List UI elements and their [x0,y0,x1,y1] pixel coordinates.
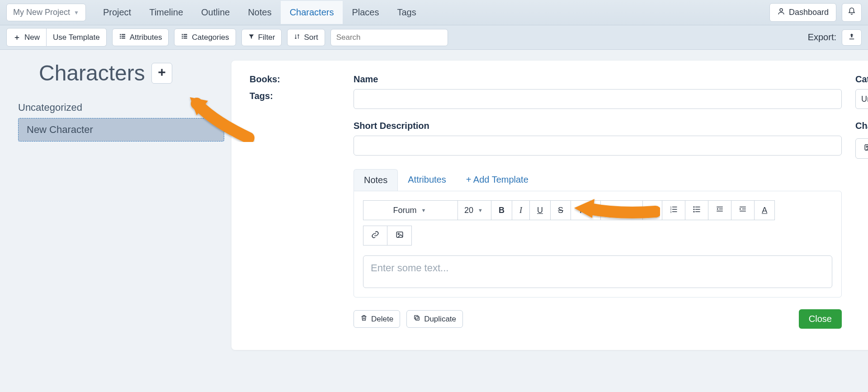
svg-rect-28 [717,207,723,208]
image-button[interactable] [387,226,412,246]
inner-tab-notes[interactable]: Notes [354,169,398,191]
category-heading: Uncategorized [18,102,224,113]
list-icon [181,33,188,42]
caret-down-icon: ▼ [74,9,79,16]
attributes-button[interactable]: Attributes [112,28,169,46]
category-select[interactable]: Uncategorized ⌄ [855,89,868,109]
project-name: My New Project [13,8,70,17]
tab-label: Notes [248,7,271,17]
font-family-select[interactable]: Forum ▼ [363,200,458,220]
svg-rect-30 [717,211,723,212]
user-icon [777,7,785,18]
svg-point-39 [866,146,868,147]
svg-rect-29 [719,208,723,209]
underline-icon: U [537,206,543,215]
page-title: Characters [39,61,145,85]
image-icon [864,143,868,154]
blockquote-button[interactable]: “ [643,200,662,220]
bell-icon [848,7,856,18]
close-label: Close [809,314,832,324]
tab-outline[interactable]: Outline [192,1,239,24]
new-button[interactable]: ＋ New [6,28,47,47]
outdent-button[interactable] [708,200,731,220]
outdent-icon [716,205,724,216]
project-select-button[interactable]: My New Project ▼ [6,4,86,21]
notes-placeholder: Enter some text... [371,262,448,274]
dashboard-button[interactable]: Dashboard [769,3,836,22]
name-input[interactable] [354,89,842,109]
short-description-label: Short Description [354,121,842,131]
delete-button[interactable]: Delete [354,310,400,328]
short-description-input[interactable] [354,136,842,156]
strikethrough-button[interactable]: S [551,200,571,220]
indent-button[interactable] [731,200,755,220]
notes-textarea[interactable]: Enter some text... [363,255,832,288]
tab-label: Tags [397,7,416,17]
svg-rect-4 [122,36,125,37]
bold-button[interactable]: B [491,200,512,220]
export-label: Export: [808,32,836,43]
tab-tags[interactable]: Tags [388,1,425,24]
inner-tab-label: + Add Template [466,175,528,184]
tab-places[interactable]: Places [343,1,388,24]
link-button[interactable] [363,226,387,246]
character-list-item[interactable]: New Character [18,118,224,142]
use-template-button[interactable]: Use Template [47,28,107,47]
tab-project[interactable]: Project [94,1,140,24]
trash-icon [360,314,368,324]
tab-label: Timeline [149,7,183,17]
books-label: Books: [250,74,340,85]
svg-point-22 [693,206,695,208]
duplicate-button[interactable]: Duplicate [406,310,463,328]
svg-rect-5 [120,38,121,38]
font-size-select[interactable]: 20 ▼ [458,200,491,220]
filter-button[interactable]: Filter [241,29,282,46]
subtitle-style-label: Subtitle [608,206,635,215]
use-template-label: Use Template [53,33,100,42]
svg-text:3: 3 [670,210,672,213]
inner-tab-label: Attributes [408,175,446,184]
underline-button[interactable]: U [530,200,551,220]
svg-rect-19 [672,209,677,210]
tab-characters[interactable]: Characters [281,1,343,24]
svg-rect-37 [415,316,418,319]
svg-rect-27 [695,211,700,212]
svg-rect-1 [120,34,121,35]
indent-icon [739,205,747,216]
svg-rect-32 [742,208,746,209]
tab-notes[interactable]: Notes [239,1,280,24]
svg-rect-36 [415,316,419,320]
notes-editor: Forum ▼ 20 ▼ B I [354,191,842,298]
svg-rect-3 [120,36,121,37]
notifications-button[interactable] [842,3,862,22]
text-color-icon: A [762,206,767,215]
delete-label: Delete [371,315,393,324]
svg-rect-21 [672,211,677,212]
unordered-list-button[interactable] [685,200,708,220]
text-color-button[interactable]: A [755,200,775,220]
italic-button[interactable]: I [512,200,530,220]
svg-rect-15 [158,71,165,73]
sort-button[interactable]: Sort [287,29,325,46]
ordered-list-button[interactable]: 123 [662,200,685,220]
title-style-button[interactable]: Title [571,200,601,220]
add-character-button[interactable] [151,63,172,84]
inner-tab-label: Notes [364,175,387,185]
categories-label: Categories [192,33,229,42]
inner-tab-attributes[interactable]: Attributes [398,169,456,191]
categories-button[interactable]: Categories [174,28,236,46]
close-button[interactable]: Close [799,309,842,329]
choose-image-button[interactable]: Choose an image [855,138,868,159]
link-icon [371,231,379,241]
export-button[interactable] [842,29,862,46]
image-icon [396,231,404,241]
svg-point-24 [693,208,695,210]
subtitle-style-button[interactable]: Subtitle [601,200,643,220]
tab-timeline[interactable]: Timeline [140,1,192,24]
inner-tab-add-template[interactable]: + Add Template [456,169,538,191]
filter-label: Filter [258,33,275,42]
list-icon [119,33,126,42]
tab-label: Project [103,7,131,17]
search-input[interactable] [330,29,448,46]
bold-icon: B [499,206,505,215]
